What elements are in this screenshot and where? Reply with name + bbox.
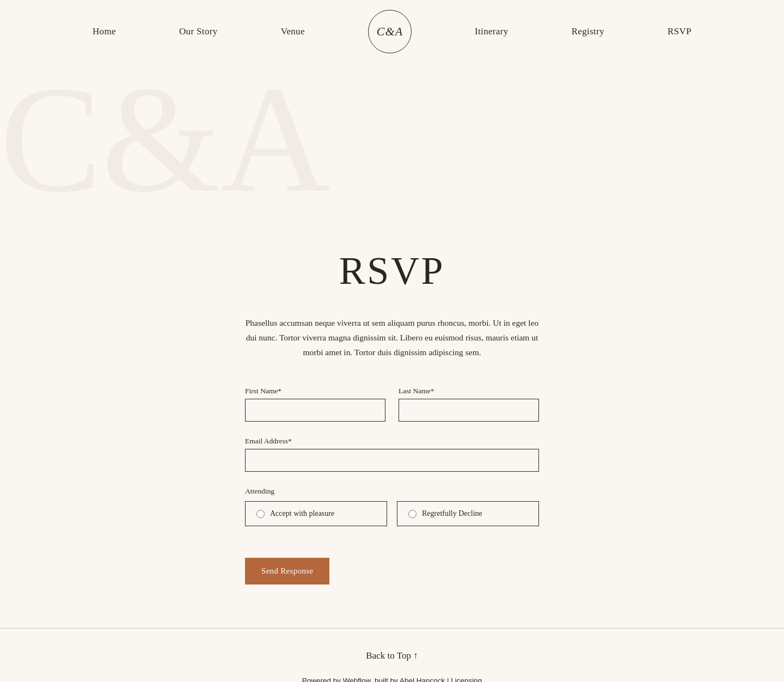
nav-item-home[interactable]: Home <box>93 26 116 37</box>
page-title: RSVP <box>169 248 615 294</box>
email-row: Email Address* <box>245 437 539 472</box>
radio-accept-input[interactable] <box>256 510 265 518</box>
radio-row: Accept with pleasure Regretfully Decline <box>245 501 539 526</box>
abel-hancock-link[interactable]: Abel Hancock <box>400 677 445 682</box>
radio-accept-label: Accept with pleasure <box>270 509 334 518</box>
main-content: RSVP Phasellus accumsan neque viverra ut… <box>147 216 637 628</box>
first-name-input[interactable] <box>245 399 385 422</box>
content-area: C&A RSVP Phasellus accumsan neque viverr… <box>0 63 784 628</box>
radio-accept-option[interactable]: Accept with pleasure <box>245 501 387 526</box>
nav-link-venue[interactable]: Venue <box>281 26 305 36</box>
nav-logo[interactable]: C&A <box>368 10 412 53</box>
nav-link-rsvp[interactable]: RSVP <box>667 26 691 36</box>
attending-group: Attending Accept with pleasure Regretful… <box>245 487 539 526</box>
nav-item-our-story[interactable]: Our Story <box>179 26 218 37</box>
last-name-group: Last Name* <box>399 387 539 422</box>
back-to-top-link[interactable]: Back to Top ↑ <box>366 650 418 661</box>
nav-link-itinerary[interactable]: Itinerary <box>475 26 509 36</box>
nav-logo-item[interactable]: C&A <box>368 10 412 53</box>
radio-decline-input[interactable] <box>408 510 416 518</box>
last-name-input[interactable] <box>399 399 539 422</box>
page-description: Phasellus accumsan neque viverra ut sem … <box>245 315 539 360</box>
email-input[interactable] <box>245 449 539 472</box>
main-nav: Home Our Story Venue C&A Itinerary Regis… <box>0 0 784 63</box>
licensing-link[interactable]: Licensing <box>451 677 482 682</box>
first-name-group: First Name* <box>245 387 385 422</box>
credit-text: Powered by <box>302 677 343 682</box>
watermark: C&A <box>0 63 784 216</box>
footer: Back to Top ↑ Powered by Webflow, built … <box>0 628 784 682</box>
nav-item-registry[interactable]: Registry <box>572 26 604 37</box>
email-label: Email Address* <box>245 437 539 446</box>
nav-link-home[interactable]: Home <box>93 26 116 36</box>
webflow-link[interactable]: Webflow <box>343 677 371 682</box>
first-name-label: First Name* <box>245 387 385 395</box>
nav-item-venue[interactable]: Venue <box>281 26 305 37</box>
radio-decline-label: Regretfully Decline <box>422 509 482 518</box>
attending-label: Attending <box>245 487 539 496</box>
send-response-button[interactable]: Send Response <box>245 558 329 584</box>
rsvp-form: First Name* Last Name* Email Address* At… <box>245 387 539 584</box>
nav-links: Home Our Story Venue C&A Itinerary Regis… <box>93 10 691 53</box>
nav-link-registry[interactable]: Registry <box>572 26 604 36</box>
nav-item-rsvp[interactable]: RSVP <box>667 26 691 37</box>
email-group: Email Address* <box>245 437 539 472</box>
credit-end: | <box>445 677 451 682</box>
last-name-label: Last Name* <box>399 387 539 395</box>
radio-decline-option[interactable]: Regretfully Decline <box>397 501 539 526</box>
footer-credit: Powered by Webflow, built by Abel Hancoc… <box>11 677 773 682</box>
nav-link-our-story[interactable]: Our Story <box>179 26 218 36</box>
nav-item-itinerary[interactable]: Itinerary <box>475 26 509 37</box>
credit-separator: , built by <box>371 677 400 682</box>
nav-logo-text: C&A <box>377 25 403 39</box>
name-row: First Name* Last Name* <box>245 387 539 422</box>
